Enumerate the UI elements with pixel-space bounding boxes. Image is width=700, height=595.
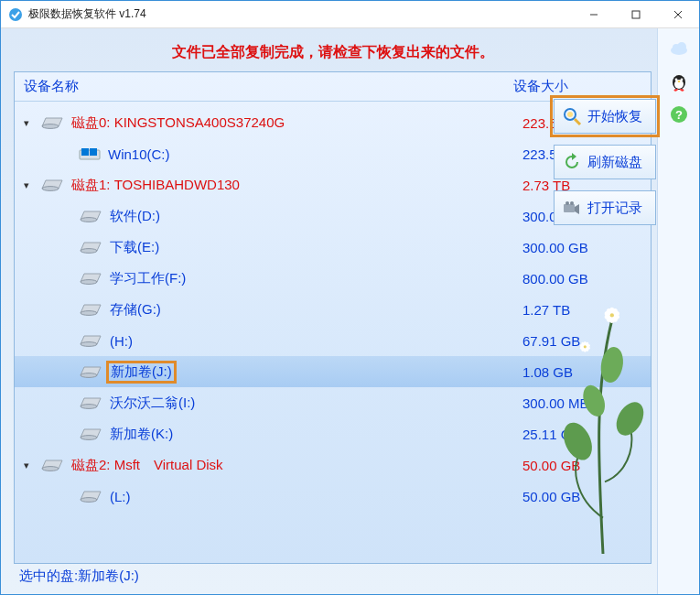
partition-label: 新加卷(K:) [110, 426, 173, 443]
svg-point-16 [81, 405, 97, 409]
svg-point-18 [42, 467, 59, 471]
drive-icon [79, 489, 102, 503]
selection-status: 选中的盘:新加卷(J:) [14, 564, 652, 590]
svg-point-19 [81, 498, 97, 503]
partition-label: (H:) [110, 333, 133, 349]
drive-icon [79, 240, 102, 254]
svg-rect-8 [90, 148, 97, 156]
drive-icon [40, 458, 64, 472]
svg-rect-33 [564, 204, 575, 212]
search-icon [562, 106, 582, 126]
partition-label: 下载(E:) [110, 239, 159, 256]
drive-icon [79, 302, 102, 317]
maximize-button[interactable] [615, 1, 657, 28]
column-device-name[interactable]: 设备名称 [24, 78, 513, 95]
svg-point-5 [42, 124, 59, 129]
refresh-icon [562, 152, 582, 172]
partition-size: 300.00 GB [522, 240, 651, 255]
svg-point-26 [680, 79, 683, 81]
column-device-size[interactable]: 设备大小 [513, 78, 641, 95]
svg-point-9 [42, 187, 59, 191]
svg-point-17 [81, 436, 97, 440]
svg-point-36 [558, 418, 598, 465]
svg-point-10 [81, 218, 97, 222]
partition-label: 存储(G:) [110, 301, 161, 319]
svg-rect-2 [632, 11, 640, 18]
drive-icon [79, 209, 102, 223]
drive-icon [79, 333, 102, 348]
os-drive-icon [79, 146, 101, 161]
partition-label: 软件(D:) [110, 208, 160, 225]
partition-label: 学习工作(F:) [110, 270, 186, 287]
status-banner: 文件已全部复制完成，请检查下恢复出来的文件。 [14, 38, 652, 71]
svg-point-15 [81, 373, 97, 378]
drive-icon [40, 115, 64, 130]
svg-line-31 [575, 119, 580, 124]
svg-point-39 [579, 383, 608, 420]
cloud-icon[interactable] [666, 36, 692, 61]
svg-point-32 [567, 112, 573, 117]
open-records-label: 打开记录 [587, 200, 642, 217]
svg-point-25 [674, 79, 677, 81]
start-recovery-button[interactable]: 开始恢复 [554, 99, 656, 134]
partition-label: 新加卷(J:) [106, 361, 177, 384]
svg-point-13 [81, 311, 97, 316]
svg-point-14 [81, 342, 97, 347]
titlebar: 极限数据恢复软件 v1.74 [1, 1, 699, 28]
refresh-disks-button[interactable]: 刷新磁盘 [554, 145, 656, 179]
partition-label: Win10(C:) [108, 146, 170, 162]
chevron-down-icon[interactable]: ▾ [24, 117, 37, 129]
disk-label: 磁盘2: Msft Virtual Disk [71, 457, 223, 474]
disk-label: 磁盘1: TOSHIBAHDWD130 [71, 177, 240, 194]
side-toolbar: ? [657, 28, 699, 594]
svg-point-35 [570, 201, 574, 205]
app-icon [8, 7, 23, 22]
partition-label: 沃尔沃二翁(I:) [110, 395, 195, 412]
svg-point-22 [677, 42, 686, 51]
start-recovery-label: 开始恢复 [587, 108, 642, 125]
svg-point-27 [677, 81, 680, 82]
svg-rect-7 [81, 148, 89, 156]
svg-text:?: ? [675, 108, 683, 122]
minimize-button[interactable] [573, 1, 615, 28]
svg-point-0 [9, 8, 22, 21]
help-icon[interactable]: ? [666, 102, 692, 127]
svg-point-37 [611, 397, 650, 440]
window-title: 极限数据恢复软件 v1.74 [28, 6, 573, 22]
chevron-down-icon[interactable]: ▾ [24, 179, 37, 191]
svg-point-46 [610, 313, 614, 317]
partition-row[interactable]: 下载(E:)300.00 GB [15, 232, 651, 263]
open-records-button[interactable]: 打开记录 [554, 190, 656, 225]
disk-label: 磁盘0: KINGSTONSA400S37240G [71, 114, 285, 132]
svg-point-12 [81, 280, 97, 285]
drive-icon [79, 364, 102, 379]
drive-icon [79, 271, 102, 286]
refresh-disks-label: 刷新磁盘 [587, 154, 642, 171]
svg-point-11 [81, 249, 97, 254]
svg-point-34 [565, 201, 569, 205]
drive-icon [79, 427, 102, 441]
svg-point-52 [584, 345, 587, 348]
camera-icon [562, 198, 582, 218]
drive-icon [79, 395, 102, 410]
partition-label: (L:) [110, 489, 131, 504]
close-button[interactable] [657, 1, 699, 28]
chevron-down-icon[interactable]: ▾ [24, 460, 37, 471]
qq-icon[interactable] [666, 69, 692, 94]
drive-icon [40, 178, 64, 192]
decorative-plant [549, 284, 657, 558]
